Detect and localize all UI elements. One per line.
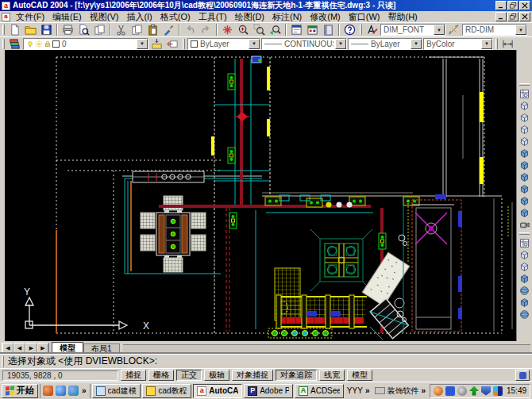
layer-combo[interactable]: 0 ▼: [23, 38, 148, 50]
layer-lock-icon[interactable]: [44, 40, 52, 48]
green-tag[interactable]: [228, 148, 235, 163]
gouraud-shaded-edges-button[interactable]: [518, 309, 531, 320]
menu-help[interactable]: 帮助(H): [384, 11, 422, 22]
tool-palettes-button[interactable]: [321, 24, 336, 36]
menu-window[interactable]: 窗口(W): [345, 11, 384, 22]
text-style-combo[interactable]: DIM_FONT ▼: [380, 24, 445, 36]
restore-button[interactable]: [507, 1, 519, 10]
minimize-button[interactable]: [495, 1, 507, 10]
lineweight-combo[interactable]: ByLayer ▼: [348, 38, 422, 50]
camera-button[interactable]: [518, 219, 531, 231]
menu-dimension[interactable]: 标注(N): [268, 11, 306, 22]
toolbar-grip[interactable]: [183, 39, 185, 49]
redo-button[interactable]: [199, 24, 214, 36]
menu-tools[interactable]: 工具(T): [195, 11, 231, 22]
toggle-osnap[interactable]: 对象捕捉: [232, 370, 273, 381]
quick-launch-icon-2[interactable]: [56, 386, 66, 396]
coordinate-readout[interactable]: 19035, 9828 , 0: [2, 370, 118, 381]
ceiling-fan-symbol[interactable]: [415, 213, 447, 244]
task-photoshop[interactable]: P Adobe Photo...: [244, 384, 293, 398]
toolbar-grip[interactable]: [519, 83, 530, 86]
red-diamond-symbol[interactable]: [234, 106, 250, 125]
flat-shaded-edges-button[interactable]: [518, 297, 531, 309]
wall-orange[interactable]: [56, 181, 131, 333]
toggle-otrack[interactable]: 对象追踪: [276, 370, 317, 381]
dim-style-button[interactable]: [446, 24, 461, 36]
next-tab-button[interactable]: ▶: [25, 343, 37, 353]
new-button[interactable]: [7, 24, 22, 36]
menu-format[interactable]: 格式(O): [156, 11, 195, 22]
save-button[interactable]: [39, 24, 54, 36]
menu-file[interactable]: 文件(F): [12, 11, 48, 22]
paste-button[interactable]: [145, 24, 160, 36]
back-view-button[interactable]: [518, 159, 531, 171]
green-tag[interactable]: [379, 233, 386, 249]
task-cad-modeling-tutorial[interactable]: cad建模教程...: [92, 384, 141, 398]
tray-gray-icon[interactable]: [457, 386, 467, 396]
menu-edit[interactable]: 编辑(E): [48, 11, 86, 22]
dropdown-arrow-icon[interactable]: ▼: [137, 39, 148, 49]
zoom-previous-button[interactable]: [268, 24, 283, 36]
balcony-railing[interactable]: [276, 295, 367, 328]
ne-isometric-button[interactable]: [518, 195, 531, 207]
red-dashed-lines[interactable]: [226, 208, 229, 332]
toolbar-chevron[interactable]: »: [420, 386, 426, 395]
dropdown-arrow-icon[interactable]: ▼: [249, 39, 260, 49]
ime-indicator[interactable]: [515, 370, 530, 381]
task-acdsee[interactable]: A ACDSee v3.1...: [295, 384, 344, 398]
undo-button[interactable]: [183, 24, 198, 36]
print-preview-button[interactable]: [76, 24, 91, 36]
make-object-layer-current-button[interactable]: [149, 37, 164, 50]
properties-button[interactable]: [289, 24, 304, 36]
tray-orange-icon[interactable]: [434, 386, 443, 396]
task-autocad[interactable]: a AutoCAD 200...: [193, 384, 242, 398]
green-tag[interactable]: [228, 74, 235, 90]
quick-launch-chevron[interactable]: »: [81, 386, 87, 395]
dropdown-arrow-icon[interactable]: ▼: [481, 39, 492, 49]
toolbar-grip[interactable]: [360, 25, 362, 35]
menu-draw[interactable]: 绘图(D): [231, 11, 268, 22]
command-line[interactable]: 选择对象或 <使用 DVIEWBLOCK>:: [0, 354, 532, 368]
doc-minimize-button[interactable]: [495, 12, 507, 21]
front-view-button[interactable]: [518, 148, 531, 159]
linetype-combo[interactable]: CONTINUOUS ▼: [261, 38, 347, 50]
ceiling-medallion[interactable]: [310, 229, 372, 291]
gouraud-shaded-button[interactable]: [518, 285, 531, 297]
toolbar-grip[interactable]: [495, 39, 498, 49]
tab-scroll-track[interactable]: [123, 344, 530, 354]
dropdown-arrow-icon[interactable]: ▼: [335, 39, 346, 49]
task-cad-tutorial-folder[interactable]: cad教程: [142, 384, 191, 398]
publish-button[interactable]: [92, 24, 107, 36]
sw-isometric-button[interactable]: [518, 171, 531, 183]
design-center-button[interactable]: [305, 24, 320, 36]
tab-model[interactable]: 模型: [52, 342, 83, 354]
drawing-canvas[interactable]: Y X: [5, 50, 516, 341]
yellow-tag[interactable]: [306, 198, 322, 207]
layer-freeze-sun-icon[interactable]: [35, 40, 43, 48]
close-button[interactable]: [519, 1, 530, 10]
toggle-ortho[interactable]: 正交: [176, 370, 202, 381]
cut-button[interactable]: [114, 24, 129, 36]
copy-button[interactable]: [129, 24, 145, 36]
sideboard[interactable]: [133, 171, 204, 182]
quick-launch-icon-3[interactable]: [68, 386, 79, 396]
quick-launch-icon-1[interactable]: [43, 386, 53, 396]
flat-shaded-button[interactable]: [518, 273, 531, 285]
nw-isometric-button[interactable]: [518, 207, 531, 219]
yellow-tag[interactable]: [403, 197, 419, 205]
tray-shield-icon[interactable]: [481, 386, 491, 396]
divider-and-plants[interactable]: [397, 198, 508, 333]
tray-messenger-icon[interactable]: [445, 386, 455, 396]
previous-tab-button[interactable]: ◀: [13, 343, 25, 353]
text-style-button[interactable]: [364, 24, 380, 36]
bedroom[interactable]: [412, 194, 462, 332]
ceiling-lights[interactable]: [326, 202, 353, 208]
toggle-snap[interactable]: 捕捉: [121, 370, 146, 381]
blue-block-symbol[interactable]: [252, 56, 261, 63]
first-tab-button[interactable]: ◀: [2, 343, 13, 353]
toolbar-grip[interactable]: [2, 25, 5, 35]
top-view-button[interactable]: [518, 100, 531, 112]
2d-wireframe-button[interactable]: [518, 237, 531, 249]
toolbar-grip[interactable]: [2, 39, 5, 49]
help-button[interactable]: [342, 24, 357, 36]
